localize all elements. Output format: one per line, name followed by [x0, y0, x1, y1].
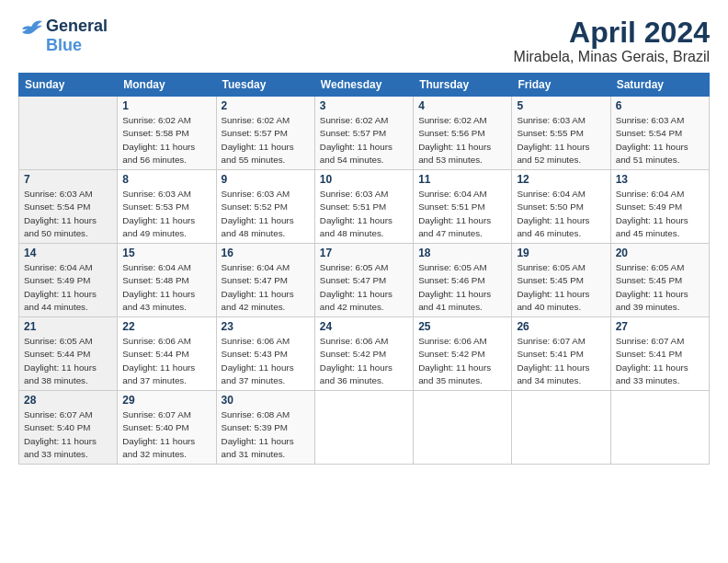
day-number: 10: [320, 173, 408, 186]
table-row: 1Sunrise: 6:02 AM Sunset: 5:58 PM Daylig…: [19, 97, 710, 170]
calendar-cell: 14Sunrise: 6:04 AM Sunset: 5:49 PM Dayli…: [19, 244, 118, 317]
calendar-cell: 11Sunrise: 6:04 AM Sunset: 5:51 PM Dayli…: [414, 170, 512, 244]
day-number: 9: [222, 173, 310, 186]
day-info: Sunrise: 6:02 AM Sunset: 5:58 PM Dayligh…: [122, 114, 210, 167]
calendar-cell: 9Sunrise: 6:03 AM Sunset: 5:52 PM Daylig…: [216, 170, 314, 244]
day-number: 1: [122, 99, 210, 112]
day-info: Sunrise: 6:03 AM Sunset: 5:54 PM Dayligh…: [616, 114, 704, 167]
table-row: 21Sunrise: 6:05 AM Sunset: 5:44 PM Dayli…: [19, 317, 710, 391]
day-info: Sunrise: 6:04 AM Sunset: 5:48 PM Dayligh…: [122, 261, 210, 314]
calendar-cell: 1Sunrise: 6:02 AM Sunset: 5:58 PM Daylig…: [118, 97, 216, 170]
day-info: Sunrise: 6:04 AM Sunset: 5:51 PM Dayligh…: [418, 188, 506, 240]
calendar-cell: 28Sunrise: 6:07 AM Sunset: 5:40 PM Dayli…: [19, 391, 118, 465]
day-number: 17: [320, 247, 408, 259]
calendar-cell: 21Sunrise: 6:05 AM Sunset: 5:44 PM Dayli…: [19, 317, 118, 391]
day-info: Sunrise: 6:07 AM Sunset: 5:41 PM Dayligh…: [517, 335, 605, 387]
day-number: 21: [24, 320, 112, 333]
day-info: Sunrise: 6:03 AM Sunset: 5:54 PM Dayligh…: [24, 188, 112, 240]
header: General Blue April 2024 Mirabela, Minas …: [18, 17, 710, 65]
calendar-cell: 17Sunrise: 6:05 AM Sunset: 5:47 PM Dayli…: [314, 244, 413, 317]
day-number: 29: [122, 394, 210, 407]
day-info: Sunrise: 6:05 AM Sunset: 5:46 PM Dayligh…: [418, 261, 506, 314]
day-info: Sunrise: 6:03 AM Sunset: 5:51 PM Dayligh…: [320, 188, 408, 240]
day-number: 4: [418, 99, 506, 112]
table-row: 28Sunrise: 6:07 AM Sunset: 5:40 PM Dayli…: [19, 391, 710, 465]
day-number: 15: [122, 247, 210, 259]
calendar-cell: 7Sunrise: 6:03 AM Sunset: 5:54 PM Daylig…: [19, 170, 118, 244]
calendar-cell: 3Sunrise: 6:02 AM Sunset: 5:57 PM Daylig…: [314, 97, 413, 170]
day-info: Sunrise: 6:04 AM Sunset: 5:49 PM Dayligh…: [24, 261, 112, 314]
day-number: 26: [517, 320, 605, 333]
calendar-cell: 30Sunrise: 6:08 AM Sunset: 5:39 PM Dayli…: [216, 391, 314, 465]
day-number: 18: [418, 247, 506, 259]
day-number: 28: [24, 394, 112, 407]
day-info: Sunrise: 6:03 AM Sunset: 5:55 PM Dayligh…: [517, 114, 605, 167]
day-number: 24: [320, 320, 408, 333]
calendar-cell: 18Sunrise: 6:05 AM Sunset: 5:46 PM Dayli…: [414, 244, 512, 317]
calendar-cell: 29Sunrise: 6:07 AM Sunset: 5:40 PM Dayli…: [118, 391, 216, 465]
day-number: 13: [616, 173, 704, 186]
calendar-table: Sunday Monday Tuesday Wednesday Thursday…: [18, 73, 710, 465]
day-number: 11: [418, 173, 506, 186]
header-saturday: Saturday: [610, 74, 709, 97]
logo: General Blue: [18, 17, 108, 55]
page-subtitle: Mirabela, Minas Gerais, Brazil: [514, 49, 710, 65]
calendar-header-row: Sunday Monday Tuesday Wednesday Thursday…: [19, 74, 710, 97]
day-number: 25: [418, 320, 506, 333]
calendar-cell: 27Sunrise: 6:07 AM Sunset: 5:41 PM Dayli…: [610, 317, 709, 391]
day-number: 12: [517, 173, 605, 186]
calendar-cell: 15Sunrise: 6:04 AM Sunset: 5:48 PM Dayli…: [118, 244, 216, 317]
day-number: 16: [222, 247, 310, 259]
calendar-cell: 19Sunrise: 6:05 AM Sunset: 5:45 PM Dayli…: [512, 244, 610, 317]
calendar-cell: 12Sunrise: 6:04 AM Sunset: 5:50 PM Dayli…: [512, 170, 610, 244]
day-info: Sunrise: 6:02 AM Sunset: 5:56 PM Dayligh…: [418, 114, 506, 167]
calendar-cell: 26Sunrise: 6:07 AM Sunset: 5:41 PM Dayli…: [512, 317, 610, 391]
day-number: 8: [122, 173, 210, 186]
day-info: Sunrise: 6:02 AM Sunset: 5:57 PM Dayligh…: [222, 114, 310, 167]
calendar-cell: [314, 391, 413, 465]
day-info: Sunrise: 6:07 AM Sunset: 5:41 PM Dayligh…: [616, 335, 704, 387]
calendar-cell: 5Sunrise: 6:03 AM Sunset: 5:55 PM Daylig…: [512, 97, 610, 170]
logo-bird-icon: [18, 17, 44, 36]
header-monday: Monday: [118, 74, 216, 97]
day-info: Sunrise: 6:07 AM Sunset: 5:40 PM Dayligh…: [122, 408, 210, 461]
day-info: Sunrise: 6:05 AM Sunset: 5:45 PM Dayligh…: [616, 261, 704, 314]
day-info: Sunrise: 6:07 AM Sunset: 5:40 PM Dayligh…: [24, 408, 112, 461]
day-number: 6: [616, 99, 704, 112]
header-wednesday: Wednesday: [314, 74, 413, 97]
day-number: 5: [517, 99, 605, 112]
calendar-cell: [512, 391, 610, 465]
day-info: Sunrise: 6:04 AM Sunset: 5:50 PM Dayligh…: [517, 188, 605, 240]
calendar-cell: [414, 391, 512, 465]
calendar-cell: 20Sunrise: 6:05 AM Sunset: 5:45 PM Dayli…: [610, 244, 709, 317]
logo-blue: Blue: [46, 36, 82, 55]
day-number: 7: [24, 173, 112, 186]
calendar-cell: 2Sunrise: 6:02 AM Sunset: 5:57 PM Daylig…: [216, 97, 314, 170]
logo-general: General: [46, 17, 108, 36]
header-friday: Friday: [512, 74, 610, 97]
day-info: Sunrise: 6:06 AM Sunset: 5:42 PM Dayligh…: [418, 335, 506, 387]
day-info: Sunrise: 6:03 AM Sunset: 5:53 PM Dayligh…: [122, 188, 210, 240]
calendar-cell: [19, 97, 118, 170]
day-number: 23: [222, 320, 310, 333]
calendar-cell: 16Sunrise: 6:04 AM Sunset: 5:47 PM Dayli…: [216, 244, 314, 317]
day-info: Sunrise: 6:06 AM Sunset: 5:42 PM Dayligh…: [320, 335, 408, 387]
calendar-cell: 8Sunrise: 6:03 AM Sunset: 5:53 PM Daylig…: [118, 170, 216, 244]
day-info: Sunrise: 6:08 AM Sunset: 5:39 PM Dayligh…: [222, 408, 310, 461]
calendar-cell: 10Sunrise: 6:03 AM Sunset: 5:51 PM Dayli…: [314, 170, 413, 244]
calendar-cell: 24Sunrise: 6:06 AM Sunset: 5:42 PM Dayli…: [314, 317, 413, 391]
day-number: 20: [616, 247, 704, 259]
calendar-cell: 23Sunrise: 6:06 AM Sunset: 5:43 PM Dayli…: [216, 317, 314, 391]
page-title: April 2024: [514, 17, 710, 49]
calendar-cell: [610, 391, 709, 465]
day-info: Sunrise: 6:02 AM Sunset: 5:57 PM Dayligh…: [320, 114, 408, 167]
header-tuesday: Tuesday: [216, 74, 314, 97]
day-number: 22: [122, 320, 210, 333]
day-number: 19: [517, 247, 605, 259]
table-row: 14Sunrise: 6:04 AM Sunset: 5:49 PM Dayli…: [19, 244, 710, 317]
day-info: Sunrise: 6:04 AM Sunset: 5:47 PM Dayligh…: [222, 261, 310, 314]
day-info: Sunrise: 6:04 AM Sunset: 5:49 PM Dayligh…: [616, 188, 704, 240]
title-block: April 2024 Mirabela, Minas Gerais, Brazi…: [514, 17, 710, 65]
calendar-cell: 13Sunrise: 6:04 AM Sunset: 5:49 PM Dayli…: [610, 170, 709, 244]
day-info: Sunrise: 6:05 AM Sunset: 5:45 PM Dayligh…: [517, 261, 605, 314]
